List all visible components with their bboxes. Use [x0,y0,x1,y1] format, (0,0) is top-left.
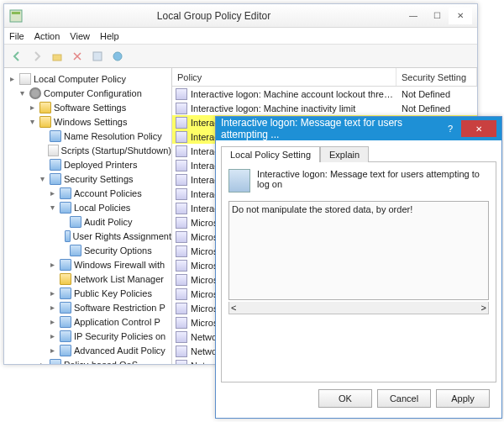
titlebar[interactable]: Local Group Policy Editor — ☐ ✕ [4,4,477,28]
menu-file[interactable]: File [9,31,24,41]
expand-icon[interactable]: ▸ [38,360,47,364]
policy-item-icon [176,217,187,229]
expand-icon[interactable]: ▸ [48,331,57,340]
tree-node[interactable]: ▸Application Control P [4,314,171,329]
tree-node[interactable]: ▸Software Settings [4,100,171,114]
minimize-button[interactable]: — [402,8,425,24]
message-text-input[interactable] [228,201,489,300]
policy-name: Interactive logon: Machine inactivity li… [191,103,396,113]
close-button[interactable]: ✕ [449,8,472,24]
gear-icon [29,87,41,99]
tree-view[interactable]: ▸Local Computer Policy▾Computer Configur… [4,68,172,364]
dialog-titlebar[interactable]: Interactive logon: Message text for user… [216,117,501,140]
scroll-right-icon[interactable]: > [481,303,486,313]
tree-node[interactable]: ▸Windows Firewall with [4,257,171,272]
tree-label: Computer Configuration [44,88,142,98]
menu-action[interactable]: Action [34,31,60,41]
tree-node[interactable]: ▾Computer Configuration [4,86,171,100]
tree-label: Windows Settings [54,117,127,127]
tree-label: Name Resolution Policy [64,131,162,141]
policy-row[interactable]: Interactive logon: Machine account locko… [172,87,477,101]
tree-label: Account Policies [74,188,142,198]
tree-node[interactable]: Network List Manager [4,272,171,286]
help-button[interactable] [108,47,127,66]
dialog-title: Interactive logon: Message text for user… [221,117,439,140]
maximize-button[interactable]: ☐ [425,8,449,24]
tree-label: Local Policies [74,203,130,213]
folder-icon [65,230,71,242]
expand-icon[interactable]: ▸ [8,74,17,83]
dialog-close-button[interactable]: ✕ [461,120,496,137]
policy-item-icon [176,346,187,357]
tab-explain[interactable]: Explain [320,146,369,162]
tree-node[interactable]: User Rights Assignment [4,229,171,243]
dialog-help-button[interactable]: ? [439,124,461,134]
textarea-scrollbar[interactable]: < > [228,302,489,314]
scroll-left-icon[interactable]: < [231,303,236,313]
tree-node[interactable]: ▸Account Policies [4,186,171,200]
apply-button[interactable]: Apply [436,389,490,408]
folder-icon [60,345,71,356]
tree-label: Security Settings [64,174,134,184]
back-button[interactable] [8,47,26,66]
ok-button[interactable]: OK [318,389,372,408]
app-icon [9,9,23,23]
header-policy[interactable]: Policy [172,68,396,86]
tree-node[interactable]: ▾Security Settings [4,171,171,186]
tree-node[interactable]: Audit Policy [4,214,171,229]
tree-node[interactable]: ▾Local Policies [4,200,171,214]
properties-button[interactable] [88,47,107,66]
tree-node[interactable]: ▾Windows Settings [4,114,171,129]
expand-icon[interactable]: ▸ [48,317,57,326]
forward-button[interactable] [28,47,46,66]
tree-node[interactable]: ▸IP Security Policies on [4,329,171,343]
tree-node[interactable]: ▸Software Restriction P [4,300,171,314]
tree-node[interactable]: Name Resolution Policy [4,129,171,143]
expand-icon[interactable]: ▸ [48,303,57,312]
cancel-button[interactable]: Cancel [377,389,431,408]
up-button[interactable] [48,47,66,66]
policy-item-icon [176,245,187,257]
expand-icon[interactable]: ▸ [48,346,57,355]
tab-panel: Interactive logon: Message text for user… [221,161,496,382]
expand-icon[interactable]: ▸ [48,288,57,298]
policy-row[interactable]: Interactive logon: Machine inactivity li… [172,101,477,115]
tree-label: Security Options [84,245,152,256]
refresh-button[interactable] [68,47,87,66]
tree-node[interactable]: ▸Policy-based QoS [4,357,171,364]
tab-local-policy-setting[interactable]: Local Policy Setting [221,146,320,162]
expand-icon[interactable]: ▾ [28,117,37,126]
tree-node[interactable]: Deployed Printers [4,157,171,171]
policy-item-icon [176,174,187,186]
expand-icon[interactable]: ▾ [38,174,47,183]
expand-icon[interactable]: ▾ [48,203,57,212]
expand-icon[interactable]: ▸ [48,188,57,198]
policy-item-icon [176,260,187,272]
expand-icon[interactable]: ▾ [18,88,27,98]
scroll-icon [48,145,58,156]
tree-label: Network List Manager [74,274,164,284]
expand-icon[interactable]: ▸ [48,260,57,269]
policy-setting: Not Defined [396,89,477,99]
tree-label: Deployed Printers [64,160,137,170]
tree-node[interactable]: Security Options [4,243,171,257]
menu-view[interactable]: View [70,31,90,41]
policy-name: Interactive logon: Machine account locko… [191,89,396,99]
tree-node[interactable]: ▸Public Key Policies [4,286,171,300]
tree-label: IP Security Policies on [74,331,165,341]
list-header: Policy Security Setting [172,68,477,87]
tree-node[interactable]: ▸Local Computer Policy [4,71,171,86]
policy-item-icon [176,331,187,343]
header-security[interactable]: Security Setting [396,68,477,86]
tree-label: User Rights Assignment [73,231,171,241]
expand-icon[interactable]: ▸ [28,103,37,112]
folder-icon [50,159,61,171]
tree-node[interactable]: Scripts (Startup/Shutdown) [4,143,171,157]
scroll-icon [19,73,31,85]
tree-node[interactable]: ▸Advanced Audit Policy [4,343,171,357]
folder-icon [60,187,71,199]
properties-dialog: Interactive logon: Message text for user… [215,116,502,419]
menu-help[interactable]: Help [100,31,119,41]
policy-item-icon [176,203,187,214]
folder-icon [50,359,61,365]
